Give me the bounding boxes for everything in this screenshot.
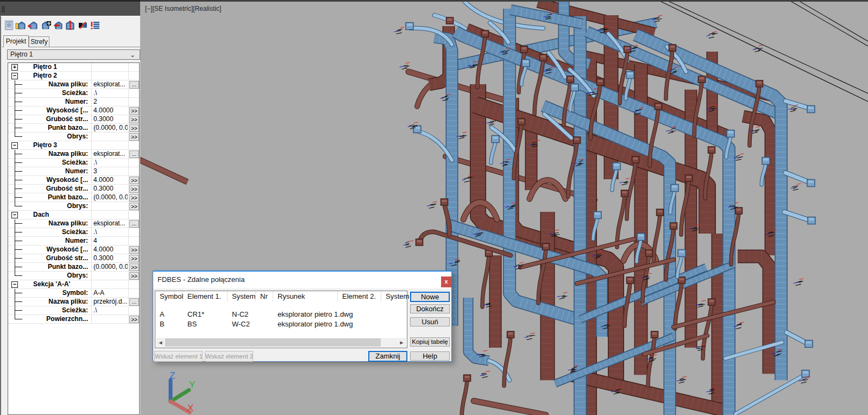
svg-text:Y: Y (189, 380, 195, 390)
svg-text:Z: Z (169, 370, 175, 381)
svg-text:X: X (187, 403, 193, 413)
svg-text:❉: ❉ (47, 21, 51, 26)
